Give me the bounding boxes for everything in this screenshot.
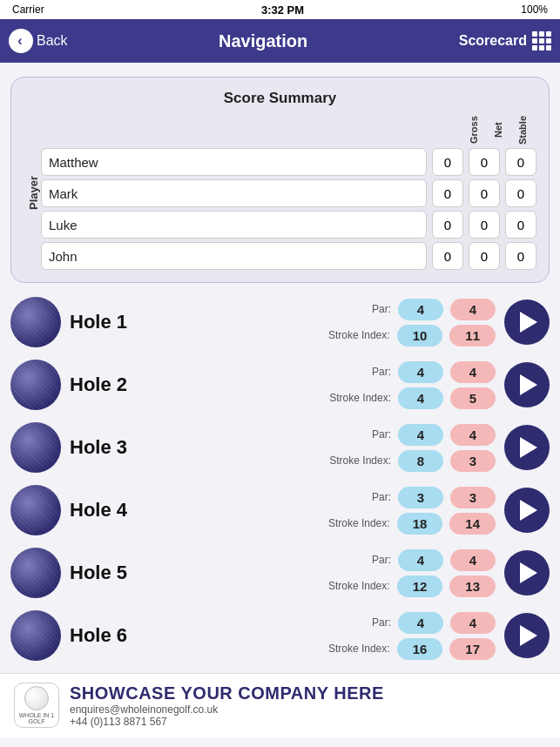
scorecard-button[interactable]: Scorecard <box>459 31 551 50</box>
hole-row: Hole 3 Par: 4 4 Stroke Index: 8 3 <box>10 422 550 473</box>
footer-logo: WHOLE IN 1 GOLF <box>14 683 59 728</box>
nav-bar: ‹ Back Navigation Scorecard <box>0 19 560 63</box>
score-cells: 0 0 0 <box>432 211 536 239</box>
stroke-blue-val: 4 <box>398 387 443 409</box>
stroke-blue-val: 18 <box>397 513 443 535</box>
par-pink-val: 4 <box>450 299 496 320</box>
player-row: 0 0 0 <box>41 148 536 176</box>
par-label: Par: <box>330 303 391 315</box>
hole-row: Hole 4 Par: 3 3 Stroke Index: 18 14 <box>10 485 550 535</box>
footer-text-block: SHOWCASE YOUR COMPANY HERE enquires@whol… <box>70 683 546 728</box>
par-row: Par: 4 4 <box>330 299 496 320</box>
par-row: Par: 4 4 <box>330 549 496 571</box>
footer-phone: +44 (0)113 8871 567 <box>70 716 546 728</box>
par-row: Par: 3 3 <box>330 487 496 508</box>
hole-play-button-1[interactable] <box>504 299 550 345</box>
stroke-index-row: Stroke Index: 18 14 <box>328 513 496 535</box>
hole-stats-4: Par: 3 3 Stroke Index: 18 14 <box>157 487 496 535</box>
stable-score: 0 <box>505 148 536 176</box>
stroke-blue-val: 16 <box>397 638 443 660</box>
par-blue-val: 4 <box>398 612 443 634</box>
player-name-input[interactable] <box>41 211 427 239</box>
hole-title-1: Hole 1 <box>70 311 148 333</box>
par-blue-val: 4 <box>398 361 443 383</box>
hole-play-button-2[interactable] <box>504 362 550 407</box>
hole-play-button-4[interactable] <box>504 488 550 533</box>
hole-ball-5 <box>10 548 61 598</box>
time-display: 3:32 PM <box>261 3 304 17</box>
stroke-index-label: Stroke Index: <box>329 392 391 404</box>
net-score: 0 <box>469 242 500 270</box>
player-row: 0 0 0 <box>41 211 536 239</box>
par-row: Par: 4 4 <box>330 612 496 634</box>
hole-title-3: Hole 3 <box>70 436 148 459</box>
logo-text: WHOLE IN 1 GOLF <box>17 712 56 724</box>
hole-play-button-5[interactable] <box>504 550 550 596</box>
stroke-pink-val: 14 <box>449 513 496 535</box>
stroke-index-row: Stroke Index: 10 11 <box>328 325 496 347</box>
stroke-index-row: Stroke Index: 4 5 <box>329 387 496 409</box>
hole-play-button-6[interactable] <box>504 613 550 658</box>
par-blue-val: 3 <box>398 487 443 508</box>
stroke-blue-val: 12 <box>397 575 443 597</box>
score-cells: 0 0 0 <box>432 179 536 207</box>
par-pink-val: 4 <box>450 612 496 634</box>
hole-row: Hole 1 Par: 4 4 Stroke Index: 10 11 <box>10 297 550 347</box>
par-label: Par: <box>330 366 391 378</box>
back-label: Back <box>37 33 68 49</box>
par-label: Par: <box>330 428 391 441</box>
hole-ball-4 <box>10 485 61 535</box>
back-button[interactable]: ‹ Back <box>9 29 68 53</box>
player-name-input[interactable] <box>41 242 427 270</box>
grid-icon <box>532 31 551 50</box>
hole-play-button-3[interactable] <box>504 425 550 470</box>
stroke-pink-val: 11 <box>449 325 496 347</box>
hole-stats-2: Par: 4 4 Stroke Index: 4 5 <box>157 361 496 409</box>
status-bar: Carrier 3:32 PM 100% <box>0 0 560 19</box>
stroke-blue-val: 10 <box>397 325 443 347</box>
stroke-index-label: Stroke Index: <box>329 454 391 467</box>
hole-ball-6 <box>10 610 61 661</box>
gross-score: 0 <box>432 148 463 176</box>
play-triangle-icon <box>520 500 537 521</box>
par-pink-val: 4 <box>450 549 496 571</box>
holes-section: Hole 1 Par: 4 4 Stroke Index: 10 11 Hole… <box>0 297 560 661</box>
score-cells: 0 0 0 <box>432 148 536 176</box>
stable-score: 0 <box>505 211 536 239</box>
par-blue-val: 4 <box>398 549 443 571</box>
hole-row: Hole 5 Par: 4 4 Stroke Index: 12 13 <box>10 548 550 598</box>
par-pink-val: 4 <box>450 424 496 446</box>
nav-title: Navigation <box>219 31 307 51</box>
par-pink-val: 3 <box>450 487 496 508</box>
hole-ball-3 <box>10 422 61 473</box>
player-name-input[interactable] <box>41 148 427 176</box>
carrier-text: Carrier <box>12 3 44 16</box>
battery-indicator: 100% <box>521 3 548 16</box>
stroke-pink-val: 17 <box>449 638 496 660</box>
scorecard-label: Scorecard <box>459 33 527 49</box>
net-score: 0 <box>469 179 500 207</box>
stroke-pink-val: 13 <box>449 575 496 597</box>
hole-ball-2 <box>10 360 61 410</box>
hole-title-4: Hole 4 <box>70 499 148 522</box>
par-row: Par: 4 4 <box>330 361 496 383</box>
hole-stats-1: Par: 4 4 Stroke Index: 10 11 <box>157 299 496 347</box>
stroke-pink-val: 5 <box>450 387 496 409</box>
score-table: Player Gross Net Stable 0 0 0 0 0 0 <box>24 116 536 270</box>
hole-title-2: Hole 2 <box>70 374 148 396</box>
gross-header: Gross <box>469 116 488 145</box>
hole-title-6: Hole 6 <box>70 624 148 647</box>
gross-score: 0 <box>432 242 463 270</box>
hole-row: Hole 2 Par: 4 4 Stroke Index: 4 5 <box>10 360 550 410</box>
par-label: Par: <box>330 491 391 503</box>
net-score: 0 <box>469 148 500 176</box>
player-name-input[interactable] <box>41 179 427 207</box>
par-row: Par: 4 4 <box>330 424 496 446</box>
stroke-index-label: Stroke Index: <box>328 517 390 529</box>
footer-headline: SHOWCASE YOUR COMPANY HERE <box>70 683 546 703</box>
stroke-index-label: Stroke Index: <box>328 643 390 655</box>
play-triangle-icon <box>520 437 537 458</box>
footer-banner: WHOLE IN 1 GOLF SHOWCASE YOUR COMPANY HE… <box>0 673 560 738</box>
player-row: 0 0 0 <box>41 179 536 207</box>
stable-header: Stable <box>517 116 536 145</box>
